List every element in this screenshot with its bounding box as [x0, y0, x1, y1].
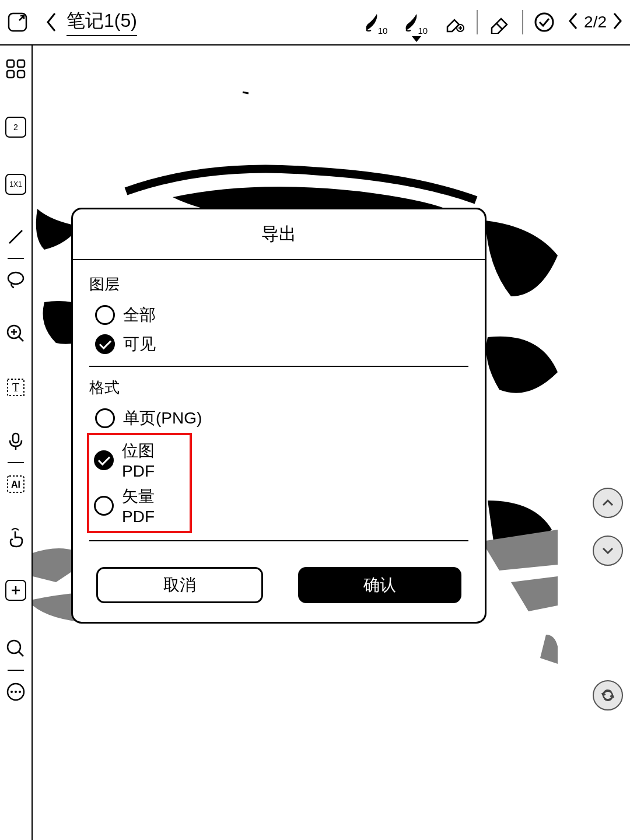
svg-rect-11	[13, 433, 19, 443]
radio-label: 全部	[123, 304, 156, 326]
scroll-down-button[interactable]	[593, 536, 623, 566]
svg-rect-5	[7, 71, 14, 78]
svg-text:T: T	[12, 381, 19, 394]
layer-option-all[interactable]: 全部	[89, 300, 468, 330]
radio-label: 可见	[123, 333, 156, 355]
separator	[8, 670, 24, 671]
radio-unchecked-icon	[94, 496, 114, 516]
dialog-title: 导出	[73, 209, 485, 260]
lasso-tool-icon[interactable]	[4, 268, 27, 292]
back-button[interactable]	[40, 11, 63, 33]
eraser-add-tool[interactable]	[438, 6, 471, 38]
svg-point-17	[15, 691, 17, 693]
grid-view-icon[interactable]	[4, 57, 27, 80]
radio-unchecked-icon	[95, 408, 115, 428]
more-options-icon[interactable]	[4, 680, 27, 704]
format-option-png[interactable]: 单页(PNG)	[89, 404, 468, 433]
separator	[8, 258, 24, 259]
svg-point-7	[8, 272, 23, 284]
radio-checked-icon	[95, 334, 115, 354]
format-option-vector-pdf[interactable]: 矢量PDF	[90, 483, 188, 528]
svg-rect-3	[7, 60, 14, 67]
separator	[522, 10, 523, 34]
highlighted-selection-box: 位图PDF 矢量PDF	[87, 433, 192, 533]
layers-badge[interactable]: 2	[5, 117, 26, 138]
touch-gesture-icon[interactable]	[4, 526, 27, 550]
cancel-button[interactable]: 取消	[96, 567, 263, 603]
next-page-button[interactable]	[611, 11, 624, 33]
separator	[477, 10, 478, 34]
radio-label: 单页(PNG)	[123, 407, 202, 429]
confirm-tool[interactable]	[529, 6, 559, 38]
left-sidebar: 2 1X1 T AI	[0, 46, 33, 840]
brush-2-size: 10	[418, 26, 428, 36]
microphone-icon[interactable]	[4, 429, 27, 453]
divider	[89, 540, 468, 541]
layer-section-label: 图层	[89, 274, 468, 295]
fullscreen-toggle-icon[interactable]	[6, 10, 29, 34]
svg-point-18	[19, 691, 21, 693]
layer-option-visible[interactable]: 可见	[89, 330, 468, 359]
eraser-tool[interactable]	[484, 6, 516, 38]
search-icon[interactable]	[4, 637, 27, 660]
confirm-button[interactable]: 确认	[298, 567, 461, 603]
svg-rect-6	[18, 71, 24, 78]
aspect-ratio-badge[interactable]: 1X1	[5, 174, 26, 195]
document-title[interactable]: 笔记1(5)	[66, 8, 137, 36]
brush-tool-2[interactable]: 10	[398, 6, 435, 38]
radio-label: 矢量PDF	[122, 485, 185, 526]
format-option-bitmap-pdf[interactable]: 位图PDF	[90, 438, 188, 483]
refresh-button[interactable]	[593, 680, 623, 710]
format-section-label: 格式	[89, 377, 468, 398]
svg-point-14	[8, 640, 20, 653]
text-tool-icon[interactable]: T	[4, 376, 27, 399]
divider	[89, 366, 468, 367]
prev-page-button[interactable]	[566, 11, 579, 33]
add-page-icon[interactable]	[5, 580, 26, 601]
svg-point-2	[536, 13, 553, 31]
radio-unchecked-icon	[95, 305, 115, 325]
top-toolbar: 笔记1(5) 10 10 2/2	[0, 0, 630, 46]
svg-point-16	[10, 691, 13, 693]
line-tool-icon[interactable]	[4, 225, 27, 249]
radio-checked-icon	[94, 450, 114, 470]
zoom-in-icon[interactable]	[4, 322, 27, 345]
radio-label: 位图PDF	[122, 440, 185, 481]
brush-1-size: 10	[378, 26, 388, 36]
brush-tool-1[interactable]: 10	[358, 6, 395, 38]
ai-tool-icon[interactable]: AI	[4, 473, 27, 496]
svg-text:AI: AI	[11, 480, 20, 489]
page-indicator[interactable]: 2/2	[584, 13, 607, 32]
svg-rect-4	[18, 60, 24, 67]
separator	[8, 462, 24, 463]
export-dialog: 导出 图层 全部 可见 格式 单页(PNG) 位图PDF	[71, 208, 487, 624]
scroll-up-button[interactable]	[593, 488, 623, 518]
